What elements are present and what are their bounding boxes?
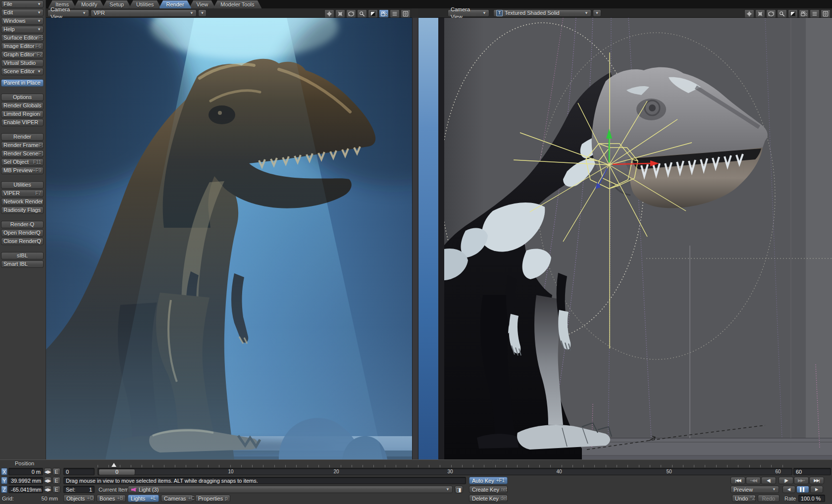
list-icon[interactable] <box>810 9 820 18</box>
preview-dropdown[interactable]: Preview ▼ <box>730 486 779 493</box>
sel-value: 1 <box>89 486 92 493</box>
save-view-icon[interactable] <box>821 9 831 18</box>
x-nudge-stepper[interactable]: ◀▶ <box>44 468 52 475</box>
item-type-lights[interactable]: Lights+L <box>128 495 159 502</box>
next-keyframe-button[interactable]: ▶▶+ <box>794 477 809 484</box>
menu-file[interactable]: File▼ <box>1 0 44 8</box>
sidebar-item-radiosity-flags[interactable]: Radiosity Flags <box>1 206 44 214</box>
minmax-icon[interactable] <box>368 9 378 18</box>
left-view-mode-dropdown[interactable]: Camera View ▼ <box>48 9 89 17</box>
end-frame-field[interactable]: 60 <box>793 468 831 475</box>
right-view-mode-dropdown[interactable]: Camera View ▼ <box>448 9 489 17</box>
prev-frame-button[interactable]: ◀|| <box>761 477 776 484</box>
tab-view[interactable]: View <box>189 0 216 8</box>
delete-key-button[interactable]: Delete Key del <box>469 495 508 502</box>
play-forward-button[interactable]: ▶ <box>810 486 823 493</box>
camera-icon[interactable] <box>379 9 389 18</box>
y-axis-badge[interactable]: Y <box>1 477 7 484</box>
redo-button[interactable]: Redo <box>758 495 780 502</box>
pan-icon[interactable] <box>324 9 334 18</box>
right-viewport-shaded[interactable] <box>418 18 832 459</box>
z-nudge-stepper[interactable]: ◀▶ <box>44 486 52 493</box>
current-item-dropdown[interactable]: Light (3) ▼ <box>128 486 453 493</box>
chevron-down-icon: ▼ <box>82 9 86 17</box>
viewport-divider[interactable] <box>412 18 418 459</box>
z-envelope-button[interactable]: E <box>52 486 60 493</box>
sidebar-item-surface-editor[interactable]: Surface EditorF5 <box>1 34 44 42</box>
sidebar-item-smart-ibl[interactable]: Smart IBL <box>1 260 44 268</box>
go-end-button[interactable]: ▶▶| <box>809 477 824 484</box>
z-axis-badge[interactable]: Z <box>1 486 7 493</box>
sidebar: File▼Edit▼Windows▼Help▼Surface EditorF5I… <box>0 0 46 459</box>
selection-count-field[interactable]: Sel: 1 <box>63 486 95 493</box>
z-position-field[interactable]: -65.0419mm <box>8 486 43 493</box>
prev-keyframe-button[interactable]: +◀◀ <box>746 477 761 484</box>
create-key-button[interactable]: Create Key ret <box>469 486 508 493</box>
sidebar-item-image-editor[interactable]: Image EditorF6 <box>1 43 44 50</box>
rate-field[interactable]: 100.0 % <box>798 495 825 502</box>
button-shortcut: ^Z <box>750 495 755 502</box>
list-icon[interactable] <box>390 9 400 18</box>
section-header-utilities: Utilities <box>1 181 44 189</box>
left-shading-mode-dropdown[interactable]: VPR ▼ <box>91 9 197 17</box>
timeline-track[interactable]: 0 102030405060 <box>98 468 792 475</box>
menu-help[interactable]: Help▼ <box>1 26 44 33</box>
tab-setup[interactable]: Setup <box>102 0 131 8</box>
tab-render[interactable]: Render <box>159 0 192 8</box>
right-viewport-header: Camera View ▼ T Textured Shaded Solid ▼ … <box>418 8 832 18</box>
camera-icon[interactable] <box>799 9 809 18</box>
minmax-icon[interactable] <box>788 9 798 18</box>
current-frame-field[interactable]: 0 <box>63 468 95 475</box>
sidebar-item-close-renderq[interactable]: Close RenderQ <box>1 238 44 245</box>
item-panel-toggle-button[interactable]: ◨ <box>455 486 463 493</box>
right-shading-mode-dropdown[interactable]: T Textured Shaded Solid ▼ <box>493 9 591 17</box>
undo-button[interactable]: Undo ^Z <box>732 495 756 502</box>
tab-modeler-tools[interactable]: Modeler Tools <box>213 0 261 8</box>
item-type-objects[interactable]: Objects+O <box>63 495 95 502</box>
sidebar-item-limited-region[interactable]: Limited Regionl <box>1 110 44 118</box>
button-shortcut: +C <box>188 495 195 502</box>
rotate-icon[interactable] <box>335 9 345 18</box>
go-start-button[interactable]: |◀◀ <box>730 477 745 484</box>
item-type-cameras[interactable]: Cameras+C <box>161 495 193 502</box>
x-position-field[interactable]: 0 m <box>8 468 43 475</box>
right-viewport-options-button[interactable]: ▼ <box>593 9 601 17</box>
sidebar-item-enable-viper[interactable]: Enable VIPER <box>1 119 44 126</box>
sidebar-item-graph-editor[interactable]: Graph Editor^F2 <box>1 51 44 58</box>
menu-windows[interactable]: Windows▼ <box>1 17 44 25</box>
orbit-icon[interactable] <box>766 9 776 18</box>
sidebar-item-render-globals[interactable]: Render Globals <box>1 102 44 109</box>
next-frame-button[interactable]: ||▶ <box>779 477 793 484</box>
zoom-icon[interactable] <box>357 9 367 18</box>
sidebar-item-scene-editor[interactable]: Scene Editor▼ <box>1 68 44 75</box>
item-type-properties[interactable]: Propertiesp <box>195 495 230 502</box>
sidebar-item-virtual-studio[interactable]: Virtual Studio <box>1 59 44 67</box>
zoom-icon[interactable] <box>777 9 787 18</box>
y-nudge-stepper[interactable]: ◀▶ <box>44 477 52 484</box>
sidebar-item-render-scene[interactable]: Render SceneF10 <box>1 150 44 157</box>
left-viewport-vpr-render[interactable] <box>46 18 412 459</box>
sidebar-item-sel-object[interactable]: Sel ObjectF11 <box>1 158 44 166</box>
y-envelope-button[interactable]: E <box>52 477 60 484</box>
auto-key-button[interactable]: Auto Key +F1 <box>469 477 508 484</box>
sidebar-item-parent-in-place[interactable]: Parent in Place <box>1 79 44 87</box>
item-type-bones[interactable]: Bones+B <box>97 495 126 502</box>
x-envelope-button[interactable]: E <box>52 468 60 475</box>
play-reverse-button[interactable]: ◀ <box>782 486 795 493</box>
sidebar-item-open-renderq[interactable]: Open RenderQ <box>1 229 44 237</box>
menu-edit[interactable]: Edit▼ <box>1 9 44 16</box>
sidebar-item-viper[interactable]: VIPERF7 <box>1 190 44 197</box>
pause-button[interactable]: ▌▌ <box>796 486 809 493</box>
x-axis-badge[interactable]: X <box>1 468 7 475</box>
orbit-icon[interactable] <box>346 9 356 18</box>
rotate-icon[interactable] <box>755 9 765 18</box>
sidebar-item-network-render[interactable]: Network Render <box>1 198 44 205</box>
sidebar-item-mb-preview[interactable]: MB Preview+F9 <box>1 167 44 174</box>
left-viewport-options-button[interactable]: ▼ <box>198 9 207 17</box>
sidebar-item-render-frame[interactable]: Render FrameF9 <box>1 142 44 149</box>
timeline-slider-thumb[interactable]: 0 <box>99 469 135 475</box>
pan-icon[interactable] <box>744 9 754 18</box>
save-view-icon[interactable] <box>401 9 411 18</box>
tab-utilities[interactable]: Utilities <box>129 0 161 8</box>
y-position-field[interactable]: 39.9992 mm <box>8 477 43 484</box>
